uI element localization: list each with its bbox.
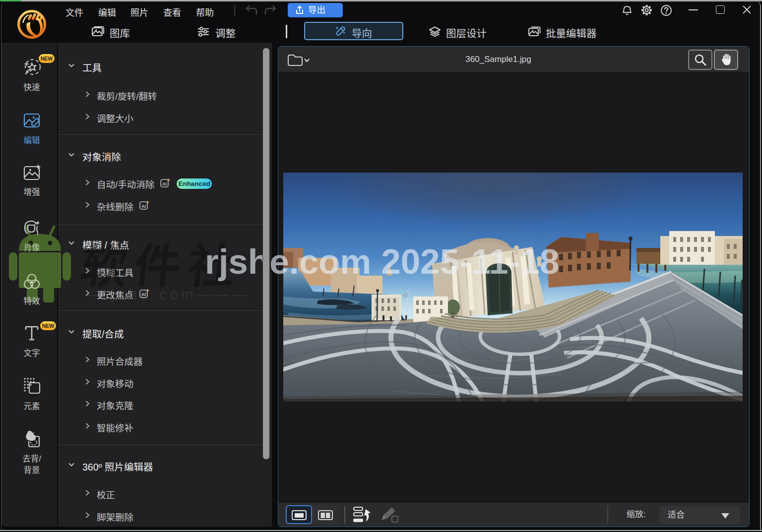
svg-text:AI: AI [141, 204, 146, 209]
svg-text:AI: AI [162, 181, 167, 186]
